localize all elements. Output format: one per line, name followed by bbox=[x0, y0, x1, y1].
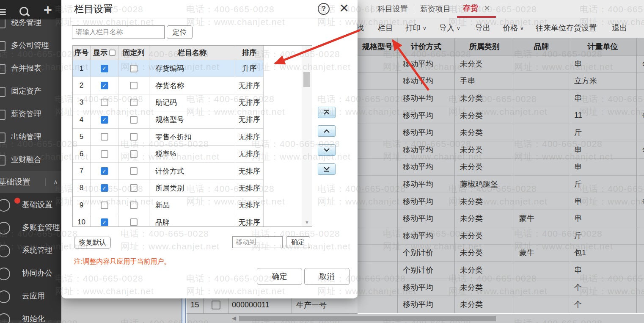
column-grid-row[interactable]: 2✓存货名称无排序 bbox=[73, 77, 264, 94]
help-icon[interactable]: ? bbox=[318, 3, 330, 15]
sidebar-item-多公司管理[interactable]: 多公司管理 bbox=[0, 34, 61, 57]
fixed-checkbox[interactable] bbox=[130, 167, 138, 175]
column-header-计价方式[interactable]: 计价方式 bbox=[398, 38, 455, 55]
fixed-checkbox[interactable] bbox=[130, 82, 138, 89]
fixed-checkbox[interactable] bbox=[130, 150, 138, 158]
select-all-checkbox[interactable] bbox=[109, 50, 116, 56]
column-header-计量单位[interactable]: 计量单位 bbox=[569, 38, 637, 55]
close-icon[interactable]: ✕ bbox=[339, 1, 349, 15]
column-grid-row[interactable]: 3助记码无排序 bbox=[73, 94, 264, 111]
move-to-input[interactable] bbox=[232, 236, 283, 248]
show-checkbox[interactable] bbox=[101, 99, 108, 106]
show-checkbox[interactable]: ✓ bbox=[101, 218, 108, 226]
ok-button[interactable]: 确定 bbox=[257, 268, 302, 285]
sidebar-item-合并报表[interactable]: 合并报表 bbox=[0, 57, 61, 80]
scroll-up-icon[interactable]: ▲ bbox=[302, 47, 312, 52]
toolbar-button-栏目[interactable]: 栏目 bbox=[378, 18, 393, 38]
show-checkbox[interactable] bbox=[101, 202, 108, 209]
table-row[interactable]: 移动平均未分类串※ bbox=[358, 55, 644, 73]
fixed-checkbox[interactable] bbox=[130, 202, 138, 209]
show-checkbox[interactable] bbox=[101, 133, 108, 141]
table-row[interactable]: 移动平均未分类串 bbox=[358, 159, 644, 176]
column-header-所属类别[interactable]: 所属类别 bbox=[455, 38, 514, 55]
table-row[interactable]: 移动平均未分类串 bbox=[358, 90, 644, 107]
fixed-checkbox[interactable] bbox=[130, 65, 138, 72]
sidebar-item-初始化[interactable]: 初始化 bbox=[0, 307, 61, 323]
show-checkbox[interactable]: ✓ bbox=[101, 65, 108, 72]
fixed-checkbox[interactable] bbox=[130, 99, 138, 106]
column-grid-row[interactable]: 5零售不折扣无排序 bbox=[73, 129, 264, 146]
show-checkbox[interactable]: ✓ bbox=[101, 167, 108, 175]
add-icon[interactable]: + bbox=[44, 3, 52, 16]
table-row[interactable]: 移动平均手串立方米 bbox=[358, 73, 644, 90]
horizontal-scrollbar-thumb[interactable] bbox=[239, 316, 496, 321]
scroll-down-icon[interactable]: ▼ bbox=[302, 220, 312, 225]
column-search-input[interactable] bbox=[72, 25, 165, 39]
sidebar-item-固定资产[interactable]: 固定资产 bbox=[0, 80, 61, 102]
cancel-button[interactable]: 取消 bbox=[304, 268, 350, 285]
toolbar-button-退出[interactable]: 退出 bbox=[612, 18, 627, 38]
horizontal-scrollbar[interactable]: ◀ bbox=[187, 314, 644, 323]
sidebar-item-基础设置[interactable]: 基础设置 bbox=[0, 193, 61, 216]
row-checkbox[interactable] bbox=[212, 301, 220, 309]
show-checkbox[interactable]: ✓ bbox=[101, 82, 108, 89]
fixed-checkbox[interactable] bbox=[130, 218, 138, 226]
toolbar-button-导出[interactable]: 导出 bbox=[475, 18, 490, 38]
table-row[interactable]: 移动平均未分类11※ bbox=[358, 107, 644, 124]
locate-button[interactable]: 定位 bbox=[167, 25, 193, 39]
sidebar-item-出纳管理[interactable]: 出纳管理 bbox=[0, 125, 61, 148]
column-grid-row[interactable]: 7✓计价方式无排序 bbox=[73, 163, 264, 179]
table-row[interactable]: 移动平均藤椒鸡腿堡斤 bbox=[358, 176, 644, 193]
toolbar-button-打印[interactable]: 打印∨ bbox=[405, 18, 427, 38]
column-grid-row[interactable]: 1✓存货编码升序 bbox=[73, 60, 264, 77]
restore-default-button[interactable]: 恢复默认 bbox=[74, 237, 111, 248]
scroll-left-icon[interactable]: ◀ bbox=[231, 315, 237, 322]
sidebar-item-业财融合[interactable]: 业财融合 bbox=[0, 148, 61, 171]
move-up-button[interactable] bbox=[318, 125, 336, 137]
fixed-checkbox[interactable] bbox=[130, 133, 138, 141]
table-row[interactable]: 移动平均未分类个 bbox=[358, 296, 644, 313]
vertical-scrollbar-thumb[interactable] bbox=[303, 72, 310, 87]
move-to-confirm-button[interactable]: 确定 bbox=[286, 236, 310, 248]
collapse-menu-icon[interactable] bbox=[0, 8, 6, 16]
tab-薪资项目[interactable]: 薪资项目 bbox=[414, 0, 457, 18]
column-grid-row[interactable]: 4✓规格型号无排序 bbox=[73, 111, 264, 128]
column-grid-row[interactable]: 8✓所属类别无排序 bbox=[73, 180, 264, 197]
table-row[interactable]: 移动平均未分类蒙牛串 bbox=[358, 210, 644, 227]
table-row[interactable]: 移动平均未分类串※ bbox=[358, 141, 644, 159]
show-checkbox[interactable]: ✓ bbox=[101, 116, 108, 124]
toolbar-button-往来单位存货设置[interactable]: 往来单位存货设置 bbox=[536, 18, 597, 38]
tab-存货[interactable]: 存货✕ bbox=[457, 0, 496, 18]
sidebar-section-basic-settings[interactable]: 基础设置│∧ bbox=[0, 171, 61, 193]
column-grid-row[interactable]: 10✓品牌无排序 bbox=[73, 214, 264, 227]
table-row[interactable]: 移动平均未分类斤 bbox=[358, 124, 644, 141]
table-row[interactable]: 移动平均未分类个 bbox=[358, 279, 644, 296]
sidebar-item-系统管理[interactable]: 系统管理 bbox=[0, 239, 61, 262]
move-down-button[interactable] bbox=[318, 144, 336, 156]
search-icon[interactable] bbox=[19, 7, 28, 16]
sidebar-item-云应用[interactable]: 云应用 bbox=[0, 284, 61, 307]
table-row[interactable]: 15 000000011 生产一号 bbox=[187, 297, 358, 314]
tab-科目设置[interactable]: 科目设置 bbox=[372, 0, 414, 18]
column-header-品牌[interactable]: 品牌 bbox=[514, 38, 569, 55]
column-grid-row[interactable]: 9新品无排序 bbox=[73, 197, 264, 214]
fixed-checkbox[interactable] bbox=[130, 116, 138, 124]
move-bottom-button[interactable] bbox=[318, 163, 336, 175]
show-checkbox[interactable]: ✓ bbox=[101, 184, 108, 192]
table-row[interactable]: 移动平均未分类串※ bbox=[358, 193, 644, 210]
column-header-规格型号[interactable]: 规格型号 bbox=[358, 38, 398, 55]
table-row[interactable]: 移动平均未分类斤 bbox=[358, 227, 644, 245]
show-checkbox[interactable] bbox=[101, 150, 108, 158]
sidebar-item-薪资管理[interactable]: 薪资管理 bbox=[0, 102, 61, 125]
vertical-scrollbar[interactable]: ▲ ▼ bbox=[302, 46, 312, 226]
fixed-checkbox[interactable] bbox=[130, 184, 138, 192]
table-row[interactable]: 个别计价未分类蒙牛包1 bbox=[358, 245, 644, 262]
sidebar-item-多账套管理[interactable]: 多账套管理 bbox=[0, 216, 61, 239]
sidebar-item-协同办公[interactable]: 协同办公 bbox=[0, 262, 61, 284]
column-grid-row[interactable]: 6税率%无排序 bbox=[73, 146, 264, 163]
table-row[interactable]: 个别计价未分类串 bbox=[358, 262, 644, 279]
move-top-button[interactable] bbox=[318, 107, 336, 118]
tab-close-icon[interactable]: ✕ bbox=[484, 4, 490, 13]
toolbar-button-价格[interactable]: 价格∨ bbox=[503, 18, 524, 38]
toolbar-button-导入[interactable]: 导入∨ bbox=[439, 18, 460, 38]
